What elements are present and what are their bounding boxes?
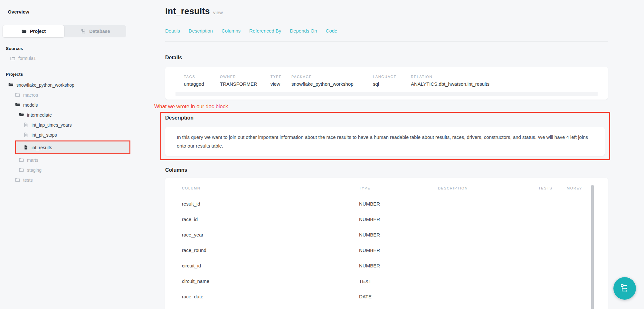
view-toggle: Project Database xyxy=(3,25,126,37)
details-field-value: sql xyxy=(373,81,411,87)
sidebar-item-tests[interactable]: tests xyxy=(0,175,150,185)
sidebar-item-macros[interactable]: macros xyxy=(0,90,150,100)
annotation-box-sidebar: int_results xyxy=(15,140,130,154)
cell-type: NUMBER xyxy=(359,201,438,207)
tab-referenced-by[interactable]: Referenced By xyxy=(249,28,281,34)
cell-type: NUMBER xyxy=(359,247,438,253)
sidebar-item-models[interactable]: models xyxy=(0,100,150,110)
source-item-formula1[interactable]: formula1 xyxy=(10,53,150,63)
database-toggle-label: Database xyxy=(89,29,110,34)
details-field-value: ANALYTICS.dbt_hwatson.int_results xyxy=(411,81,598,87)
folder-open-icon xyxy=(18,112,24,118)
folder-closed-icon xyxy=(10,55,15,61)
cell-type: DATE xyxy=(359,294,438,299)
project-tree: snowflake_python_workshopmacrosmodelsint… xyxy=(0,80,150,185)
folder-closed-icon xyxy=(14,177,20,183)
sidebar-item-snowflake-python-workshop[interactable]: snowflake_python_workshop xyxy=(0,80,150,90)
folder-open-icon xyxy=(8,82,14,88)
details-field-value: TRANSFORMER xyxy=(220,81,270,87)
sidebar-item-label: int_results xyxy=(32,145,52,150)
sidebar-item-label: macros xyxy=(23,92,38,98)
sidebar-item-label: int_lap_times_years xyxy=(32,122,72,128)
cell-column: race_round xyxy=(182,247,359,253)
sidebar-item-label: intermediate xyxy=(27,112,52,118)
details-fields: TAGSuntaggedOWNERTRANSFORMERTYPEviewPACK… xyxy=(184,75,598,87)
cell-column: race_year xyxy=(182,232,359,237)
project-toggle-button[interactable]: Project xyxy=(3,25,64,37)
sidebar-item-marts[interactable]: marts xyxy=(0,155,150,165)
details-field-label: TAGS xyxy=(184,75,220,79)
table-row-race-id[interactable]: race_idNUMBER xyxy=(182,211,608,227)
tabs-divider xyxy=(165,41,608,42)
folder-closed-icon xyxy=(14,92,20,98)
cell-column: circuit_id xyxy=(182,263,359,268)
details-field-language: LANGUAGEsql xyxy=(373,75,411,87)
tab-bar: DetailsDescriptionColumnsReferenced ByDe… xyxy=(165,28,608,34)
file-icon xyxy=(23,132,29,138)
lineage-graph-icon xyxy=(620,283,630,294)
cell-column: circuit_name xyxy=(182,278,359,284)
tab-depends-on[interactable]: Depends On xyxy=(290,28,317,34)
details-collapsed-bar[interactable] xyxy=(175,92,598,96)
tab-columns[interactable]: Columns xyxy=(222,28,241,34)
overview-label: Overview xyxy=(8,9,150,14)
column-header-more-: MORE? xyxy=(567,186,608,190)
description-card: In this query we want to join out other … xyxy=(165,127,605,156)
sidebar-item-label: int_pit_stops xyxy=(32,132,57,138)
database-tree-icon xyxy=(80,28,86,34)
annotation-box: Description In this query we want to joi… xyxy=(160,112,610,160)
sidebar-item-int-pit-stops[interactable]: int_pit_stops xyxy=(0,130,150,140)
sidebar-item-intermediate[interactable]: intermediate xyxy=(0,110,150,120)
page-title: int_results xyxy=(165,6,210,16)
tab-details[interactable]: Details xyxy=(165,28,180,34)
details-field-label: OWNER xyxy=(220,75,270,79)
lineage-graph-button[interactable] xyxy=(613,277,636,300)
database-toggle-button[interactable]: Database xyxy=(64,25,126,37)
table-row-race-year[interactable]: race_yearNUMBER xyxy=(182,227,608,242)
cell-type: NUMBER xyxy=(359,217,438,222)
cell-column: race_id xyxy=(182,217,359,222)
details-field-package: PACKAGEsnowflake_python_workshop xyxy=(291,75,373,87)
details-field-owner: OWNERTRANSFORMER xyxy=(220,75,270,87)
sidebar: Overview Project Database Sources formul… xyxy=(0,0,150,309)
cell-column: race_date xyxy=(182,294,359,299)
tab-code[interactable]: Code xyxy=(326,28,337,34)
sources-list: formula1 xyxy=(0,53,150,63)
details-field-label: RELATION xyxy=(411,75,598,79)
details-field-label: TYPE xyxy=(270,75,291,79)
table-row-result-id[interactable]: result_idNUMBER xyxy=(182,196,608,211)
details-heading: Details xyxy=(165,55,608,61)
sidebar-item-int-lap-times-years[interactable]: int_lap_times_years xyxy=(0,120,150,130)
file-icon xyxy=(23,122,29,128)
sidebar-item-int-results[interactable]: int_results xyxy=(16,141,129,153)
tab-description[interactable]: Description xyxy=(189,28,213,34)
details-card: TAGSuntaggedOWNERTRANSFORMERTYPEviewPACK… xyxy=(165,67,608,100)
folder-open-icon xyxy=(21,28,27,34)
main-content: int_results view DetailsDescriptionColum… xyxy=(150,0,644,309)
table-scrollbar[interactable] xyxy=(591,185,594,309)
details-field-type: TYPEview xyxy=(270,75,291,87)
table-row-race-time[interactable]: race_timeTIME xyxy=(182,304,608,309)
sidebar-item-label: tests xyxy=(23,178,33,183)
source-item-label: formula1 xyxy=(18,56,36,61)
column-header-description: DESCRIPTION xyxy=(438,186,538,190)
details-field-label: LANGUAGE xyxy=(373,75,411,79)
folder-open-icon xyxy=(14,102,20,108)
table-row-circuit-name[interactable]: circuit_nameTEXT xyxy=(182,273,608,289)
table-row-race-round[interactable]: race_roundNUMBER xyxy=(182,242,608,258)
table-row-circuit-id[interactable]: circuit_idNUMBER xyxy=(182,258,608,273)
details-field-value: snowflake_python_workshop xyxy=(291,81,373,87)
annotation-text: What we wrote in our doc block xyxy=(154,103,608,110)
table-row-race-date[interactable]: race_dateDATE xyxy=(182,289,608,304)
folder-closed-icon xyxy=(18,157,24,163)
description-text: In this query we want to join out other … xyxy=(177,133,593,150)
model-type-label: view xyxy=(213,10,223,15)
details-field-relation: RELATIONANALYTICS.dbt_hwatson.int_result… xyxy=(411,75,598,87)
sidebar-item-label: marts xyxy=(27,158,38,163)
cell-type: TEXT xyxy=(359,278,438,284)
cell-type: NUMBER xyxy=(359,232,438,237)
details-field-value: untagged xyxy=(184,81,220,87)
details-field-tags: TAGSuntagged xyxy=(184,75,220,87)
sidebar-item-staging[interactable]: staging xyxy=(0,165,150,175)
cell-type: NUMBER xyxy=(359,263,438,268)
